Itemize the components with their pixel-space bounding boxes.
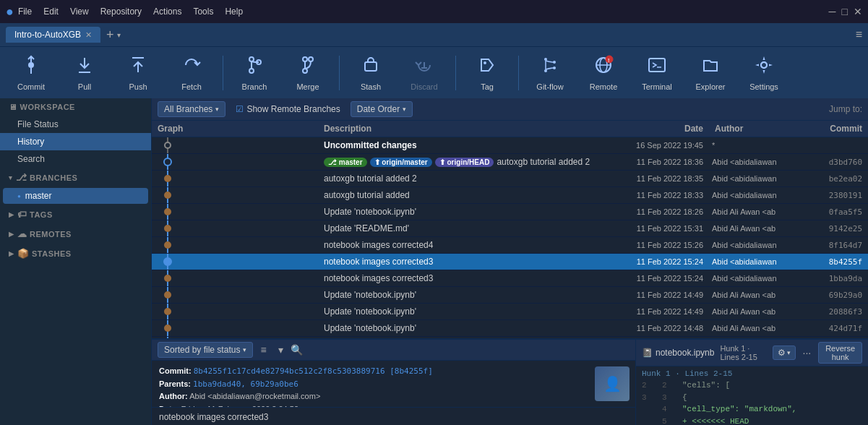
all-branches-label: All Branches [164,104,212,114]
date-order-dropdown[interactable]: Date Order ▾ [351,101,413,117]
show-remote-label: Show Remote Branches [246,104,340,114]
commit-hash: 20886f3 [810,306,868,318]
menu-tools[interactable]: Tools [193,7,213,17]
search-label: Search [17,154,45,164]
table-row[interactable]: notebook images corrected411 Feb 2022 15… [152,237,868,254]
table-row[interactable]: Uncommitted changes16 Sep 2022 19:45* [152,137,868,154]
gitflow-button[interactable]: Git-flow [525,50,575,96]
sort-file-status[interactable]: Sorted by file status ▾ [158,342,253,358]
svg-point-36 [164,158,171,166]
table-row[interactable]: Update 'notebook.ipynb'11 Feb 2022 14:49… [152,287,868,304]
table-row[interactable]: Update 'notebook.ipynb'11 Feb 2022 14:49… [152,304,868,320]
merge-label: Merge [296,82,319,91]
table-row[interactable]: autoxgb tutorial added 211 Feb 2022 18:3… [152,171,868,187]
reverse-hunk-button[interactable]: Reverse hunk [818,342,862,364]
commit-hash: 8b4255f [810,256,868,268]
graph-cell [152,254,318,270]
all-branches-dropdown[interactable]: All Branches ▾ [158,101,225,117]
branch-badge: ⬆ origin/master [370,158,432,167]
merge-button[interactable]: Merge [283,50,333,96]
file-name: notebook.ipynb [656,348,714,358]
commit-message: notebook images corrected3 [152,407,635,425]
menu-view[interactable]: View [70,7,89,17]
commit-hash: 2380191 [810,189,868,202]
table-row[interactable]: notebook images corrected311 Feb 2022 15… [152,270,868,287]
menu-file[interactable]: File [18,7,32,17]
svg-point-18 [484,61,486,64]
menu-help[interactable]: Help [225,7,243,17]
minimize-button[interactable]: ─ [829,6,836,17]
menu-repository[interactable]: Repository [100,7,142,17]
commit-button[interactable]: Commit [6,50,56,96]
table-row[interactable]: Update 'notebook.ipynb'11 Feb 2022 14:48… [152,320,868,337]
diff-line: 4 "cell_type": "markdown", [642,403,862,416]
remotes-section[interactable]: ▶ ☁ REMOTES [0,224,151,244]
branch-dot-icon: ● [17,193,21,199]
table-row[interactable]: notebook images corrected311 Feb 2022 15… [152,254,868,270]
commit-description-text: Update 'notebook.ipynb' [324,323,416,333]
commit-icon [21,55,41,80]
more-options-button[interactable]: ▾ [274,343,288,357]
tab-close-button[interactable]: ✕ [85,30,92,40]
svg-point-46 [165,242,171,248]
branch-button[interactable]: Branch [229,50,280,96]
svg-text:!: ! [608,58,609,63]
discard-button[interactable]: Discard [399,50,450,96]
sidebar-item-history[interactable]: History [0,133,151,150]
tag-button[interactable]: Tag [462,50,512,96]
description-cell: autoxgb tutorial added [318,189,608,202]
date-order-label: Date Order [357,104,400,114]
commit-hash: 8f164d7 [810,239,868,252]
sidebar-item-file-status[interactable]: File Status [0,116,151,133]
commit-author: Abid <abidaliawan [709,156,810,168]
show-remote-checkbox[interactable]: ☑ Show Remote Branches [230,102,345,116]
menu-edit[interactable]: Edit [43,7,59,17]
close-button[interactable]: ✕ [854,6,862,17]
explorer-button[interactable]: Explorer [685,50,736,96]
svg-point-8 [249,69,254,73]
commit-description-text: autoxgb tutorial added [324,190,410,200]
remote-button[interactable]: ! Remote [578,50,629,96]
fetch-button[interactable]: Fetch [166,50,217,96]
collapse-branches-icon: ▾ [9,174,13,181]
settings-dropdown-icon: ▾ [787,349,791,356]
commit-date: 11 Feb 2022 18:36 [608,156,709,168]
commit-description-text: notebook images corrected4 [324,240,433,250]
table-row[interactable]: autoxgb tutorial added11 Feb 2022 18:33A… [152,187,868,204]
settings-button[interactable]: Settings [739,50,789,96]
terminal-button[interactable]: Terminal [632,50,682,96]
active-tab[interactable]: Intro-to-AutoXGB ✕ [6,27,100,43]
tab-title: Intro-to-AutoXGB [14,30,81,40]
tags-section[interactable]: ▶ 🏷 TAGS [0,205,151,224]
stashes-section[interactable]: ▶ 📦 STASHES [0,244,151,263]
diff-more-button[interactable]: ··· [799,345,816,360]
menu-actions[interactable]: Actions [153,7,181,17]
push-button[interactable]: Push [113,50,163,96]
stash-button[interactable]: Stash [345,50,396,96]
table-row[interactable]: ⎇ master⬆ origin/master⬆ origin/HEADauto… [152,154,868,171]
pull-button[interactable]: Pull [59,50,110,96]
separator-1 [223,56,223,90]
sidebar-branch-master[interactable]: ● master [3,188,148,204]
description-cell: notebook images corrected4 [318,239,608,252]
graph-cell [152,137,318,153]
branches-section[interactable]: ▾ ⎇ BRANCHES [0,168,151,187]
search-icon[interactable]: 🔍 [291,344,303,356]
workspace-section[interactable]: 🖥 WORKSPACE [0,98,151,116]
maximize-button[interactable]: □ [842,6,848,17]
graph-cell [152,320,318,336]
commit-author: Abid Ali Awan <ab [709,306,810,317]
branch-label: Branch [242,82,267,91]
table-row[interactable]: Update 'notebook.ipynb'11 Feb 2022 18:26… [152,204,868,220]
separator-4 [518,56,519,90]
commit-date: 11 Feb 2022 18:35 [608,173,709,184]
new-tab-dropdown[interactable]: ▾ [117,31,121,39]
diff-settings-button[interactable]: ⚙ ▾ [773,345,796,360]
commit-date: 16 Sep 2022 19:45 [608,139,709,151]
list-options-button[interactable]: ≡ [256,343,270,357]
sidebar-item-search[interactable]: Search [0,150,151,168]
table-row[interactable]: Update 'README.md'11 Feb 2022 15:31Abid … [152,220,868,237]
new-tab-button[interactable]: + [106,27,114,43]
title-bar: ● File Edit View Repository Actions Tool… [0,0,868,23]
hamburger-menu[interactable]: ≡ [856,28,862,41]
